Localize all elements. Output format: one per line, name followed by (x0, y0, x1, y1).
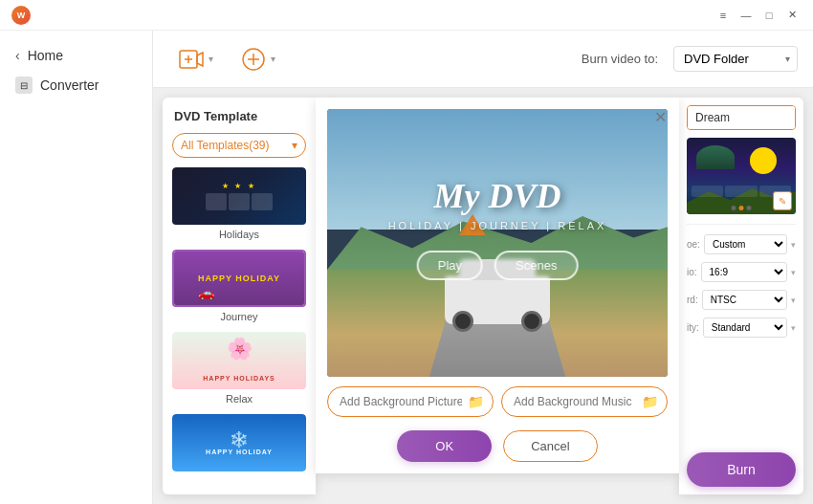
burn-button[interactable]: Burn (687, 452, 796, 487)
settings-preview-thumb: ✎ (687, 138, 796, 214)
template-list: ★ ★ ★ Holidays HAPPY HOLID (163, 167, 316, 483)
bg-picture-wrapper: 📁 (327, 386, 494, 417)
type-select[interactable]: Custom Standard (704, 234, 787, 254)
add-video-arrow-icon: ▾ (209, 54, 213, 64)
preview-dvd-title: My DVD (327, 176, 668, 216)
toolbar: ▾ ▾ Burn video to: DVD Folder DVD Disc I… (153, 31, 813, 88)
burn-video-label: Burn video to: (582, 52, 658, 66)
window-controls: ≡ — □ ✕ (714, 6, 802, 25)
template-item-journey[interactable]: HAPPY HOLIDAY 🚗 Journey (172, 250, 306, 322)
add-video-button[interactable]: ▾ (168, 40, 223, 78)
template-item-relax[interactable]: 🌸 HAPPY HOLIDAYS Relax (172, 332, 306, 405)
quality-label: ity: (687, 322, 699, 333)
preview-area: ✕ (316, 98, 679, 473)
converter-icon: ⊟ (15, 77, 33, 94)
template-item-holidays[interactable]: ★ ★ ★ Holidays (172, 167, 306, 240)
quality-arrow-icon: ▾ (791, 323, 796, 333)
winter-snowflake-icon: ❄️ (206, 430, 273, 449)
mountain-left-icon (696, 145, 735, 169)
type-label: oe: (687, 239, 700, 250)
holidays-stars-icon: ★ ★ ★ (222, 182, 255, 190)
ok-button[interactable]: OK (397, 430, 492, 462)
journey-inner: HAPPY HOLIDAY 🚗 (174, 252, 304, 305)
template-filter-arrow-icon: ▾ (292, 139, 297, 152)
preview-dvd-subtitle: HOLIDAY | JOURNEY | RELAX (327, 220, 668, 231)
dialog-overlay: DVD Template All Templates(39) ▾ ★ ★ ★ (153, 88, 813, 504)
main-content: ▾ ▾ Burn video to: DVD Folder DVD Disc I… (153, 31, 813, 504)
bg-music-wrapper: 📁 (501, 386, 668, 417)
back-arrow-icon: ‹ (15, 48, 20, 63)
edit-thumb-button[interactable]: ✎ (773, 191, 792, 210)
car-body (445, 276, 550, 324)
dot-2 (739, 206, 744, 210)
template-item-winter[interactable]: ❄️ HAPPY HOLIDAY (172, 414, 306, 471)
template-thumb-journey: HAPPY HOLIDAY 🚗 (172, 250, 306, 307)
strip-1 (692, 186, 723, 197)
menu-btn[interactable]: ≡ (714, 6, 733, 25)
sidebar-converter-label: Converter (40, 77, 99, 93)
maximize-btn[interactable]: □ (759, 6, 779, 25)
standard-select[interactable]: NTSC PAL (702, 290, 787, 310)
background-inputs: 📁 📁 (327, 386, 668, 417)
title-bar: W ≡ — □ ✕ (0, 0, 813, 31)
journey-holiday-text: HAPPY HOLIDAY (198, 274, 280, 283)
car-wheel-left (452, 311, 473, 332)
dialog-title: DVD Template (163, 109, 316, 133)
template-filter-dropdown[interactable]: All Templates(39) ▾ (172, 133, 306, 158)
holidays-bars (206, 193, 273, 210)
dvd-preview: My DVD HOLIDAY | JOURNEY | RELAX Play Sc… (327, 109, 668, 377)
ratio-arrow-icon: ▾ (791, 268, 796, 277)
dot-1 (732, 206, 736, 210)
add-photo-arrow-icon: ▾ (271, 54, 275, 64)
template-thumb-relax: 🌸 HAPPY HOLIDAYS (172, 332, 306, 389)
relax-text: HAPPY HOLIDAYS (203, 375, 275, 382)
burn-destination-wrapper[interactable]: DVD Folder DVD Disc ISO File ▾ (673, 46, 798, 72)
template-thumb-holidays: ★ ★ ★ (172, 167, 306, 225)
add-video-icon (178, 46, 205, 73)
relax-flower-icon: 🌸 (227, 337, 253, 362)
search-box[interactable]: ▶ (687, 105, 796, 130)
quality-setting-row: ity: Standard High ▾ (687, 318, 796, 338)
search-input[interactable] (688, 106, 796, 129)
type-setting-row: oe: Custom Standard ▾ (687, 234, 796, 254)
journey-car-icon: 🚗 (198, 285, 214, 300)
template-thumb-winter: ❄️ HAPPY HOLIDAY (172, 414, 306, 471)
template-filter-label: All Templates(39) (181, 139, 269, 152)
sidebar-back-button[interactable]: ‹ Home (0, 42, 152, 69)
preview-scenes-button[interactable]: Scenes (494, 251, 578, 280)
bg-music-folder-icon[interactable]: 📁 (642, 394, 658, 409)
add-photo-button[interactable]: ▾ (231, 40, 285, 78)
template-name-journey: Journey (172, 311, 306, 322)
settings-divider-1 (687, 224, 796, 225)
template-name-holidays: Holidays (172, 229, 306, 240)
settings-panel: ▶ ✎ (679, 98, 803, 494)
preview-buttons: Play Scenes (417, 251, 579, 280)
close-btn[interactable]: ✕ (782, 6, 802, 25)
sidebar-converter-item[interactable]: ⊟ Converter (0, 69, 152, 101)
standard-arrow-icon: ▾ (791, 296, 796, 305)
car-wheel-right (521, 311, 542, 332)
sidebar-home-label: Home (28, 48, 63, 63)
type-arrow-icon: ▾ (791, 240, 796, 250)
template-panel: DVD Template All Templates(39) ▾ ★ ★ ★ (163, 98, 316, 494)
standard-label: rd: (687, 295, 698, 305)
burn-destination-select[interactable]: DVD Folder DVD Disc ISO File (673, 46, 798, 72)
sidebar: ‹ Home ⊟ Converter (0, 31, 153, 504)
bg-picture-folder-icon[interactable]: 📁 (468, 394, 484, 409)
cancel-button[interactable]: Cancel (503, 430, 597, 462)
dialog-close-button[interactable]: ✕ (650, 107, 670, 126)
winter-text: HAPPY HOLIDAY (206, 449, 273, 455)
preview-play-button[interactable]: Play (417, 251, 483, 280)
moon-icon (750, 147, 777, 174)
quality-select[interactable]: Standard High (703, 318, 787, 338)
strip-2 (725, 186, 757, 197)
template-name-relax: Relax (172, 393, 306, 405)
minimize-btn[interactable]: — (736, 6, 756, 25)
dialog-actions: OK Cancel (327, 427, 668, 462)
ratio-setting-row: io: 16:9 4:3 ▾ (687, 262, 796, 282)
standard-setting-row: rd: NTSC PAL ▾ (687, 290, 796, 310)
ratio-select[interactable]: 16:9 4:3 (701, 262, 787, 282)
dot-3 (747, 206, 752, 210)
add-photo-icon (240, 46, 267, 73)
preview-title: My DVD HOLIDAY | JOURNEY | RELAX (327, 176, 668, 231)
